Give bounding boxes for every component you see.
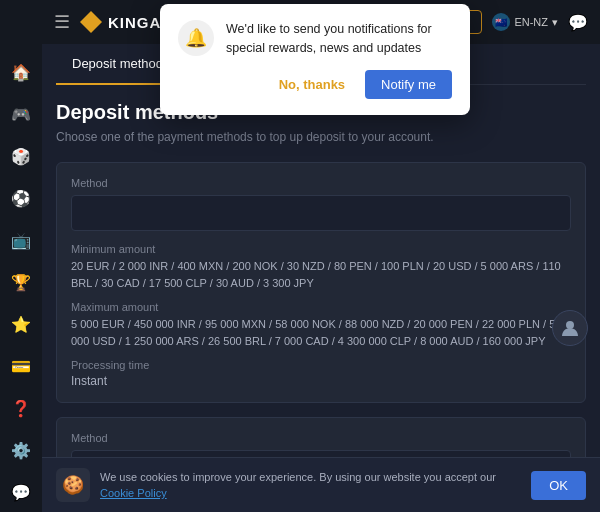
popup-text: We'd like to send you notifications for … xyxy=(226,20,452,58)
cookie-icon: 🍪 xyxy=(56,468,90,502)
min-amount-value: 20 EUR / 2 000 INR / 400 MXN / 200 NOK /… xyxy=(71,258,571,291)
lang-code: EN-NZ xyxy=(514,16,548,28)
language-selector[interactable]: 🇳🇿 EN-NZ ▾ xyxy=(492,13,558,31)
chat-icon[interactable]: 💬 xyxy=(568,13,588,32)
sidebar-icon-home[interactable]: 🏠 xyxy=(9,60,33,84)
page-subtitle: Choose one of the payment methods to top… xyxy=(56,130,586,144)
sidebar-icon-casino[interactable]: 🎲 xyxy=(9,144,33,168)
cookie-policy-link[interactable]: Cookie Policy xyxy=(100,487,167,499)
cookie-text: We use cookies to improve your experienc… xyxy=(100,469,521,502)
method-field-label-2: Method xyxy=(71,432,571,444)
flag-icon: 🇳🇿 xyxy=(492,13,510,31)
notification-popup: 🔔 We'd like to send you notifications fo… xyxy=(160,4,470,115)
sidebar-icon-live[interactable]: 📺 xyxy=(9,228,33,252)
min-amount-label: Minimum amount xyxy=(71,243,571,255)
processing-time-value: Instant xyxy=(71,374,571,388)
hamburger-icon[interactable]: ☰ xyxy=(54,11,70,33)
method-field-label: Method xyxy=(71,177,571,189)
sidebar-icon-chat[interactable]: 💬 xyxy=(9,480,33,504)
sidebar: 🏠 🎮 🎲 ⚽ 📺 🏆 ⭐ 💳 ❓ ⚙️ 💬 xyxy=(0,0,42,512)
avatar-icon xyxy=(560,318,580,338)
notify-me-button[interactable]: Notify me xyxy=(365,70,452,99)
sidebar-icon-games[interactable]: 🎮 xyxy=(9,102,33,126)
max-amount-value: 5 000 EUR / 450 000 INR / 95 000 MXN / 5… xyxy=(71,316,571,349)
lang-chevron-icon: ▾ xyxy=(552,16,558,29)
bell-icon: 🔔 xyxy=(178,20,214,56)
avatar-button[interactable] xyxy=(552,310,588,346)
sidebar-icon-payment[interactable]: 💳 xyxy=(9,354,33,378)
sidebar-icon-help[interactable]: ❓ xyxy=(9,396,33,420)
processing-time-label: Processing time xyxy=(71,359,571,371)
no-thanks-button[interactable]: No, thanks xyxy=(269,71,355,98)
method-input[interactable] xyxy=(71,195,571,231)
sidebar-icon-loyalty[interactable]: ⭐ xyxy=(9,312,33,336)
sidebar-icon-settings[interactable]: ⚙️ xyxy=(9,438,33,462)
popup-top: 🔔 We'd like to send you notifications fo… xyxy=(178,20,452,58)
ok-button[interactable]: OK xyxy=(531,471,586,500)
deposit-method-card-1: Method Minimum amount 20 EUR / 2 000 INR… xyxy=(56,162,586,403)
svg-point-0 xyxy=(566,321,574,329)
popup-buttons: No, thanks Notify me xyxy=(178,70,452,99)
cookie-banner: 🍪 We use cookies to improve your experie… xyxy=(42,457,600,512)
max-amount-label: Maximum amount xyxy=(71,301,571,313)
thanks-word: thanks xyxy=(303,77,345,92)
no-prefix: No, xyxy=(279,77,304,92)
sidebar-icon-promotions[interactable]: 🏆 xyxy=(9,270,33,294)
sidebar-icon-sports[interactable]: ⚽ xyxy=(9,186,33,210)
logo-diamond-icon xyxy=(80,11,102,33)
